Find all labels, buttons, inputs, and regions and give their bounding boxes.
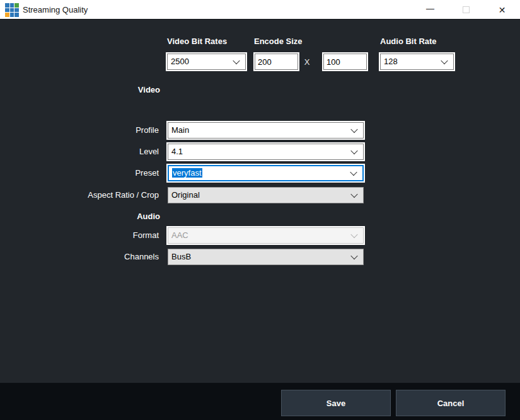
app-icon-cell <box>5 8 9 13</box>
app-icon-cell <box>14 3 19 8</box>
app-icon-cell <box>14 13 19 17</box>
close-icon: ✕ <box>499 5 506 15</box>
chevron-down-icon <box>350 126 357 133</box>
preset-label: Preset <box>0 165 159 181</box>
close-button[interactable]: ✕ <box>484 0 520 20</box>
encode-size-label: Encode Size <box>254 37 303 46</box>
app-icon-cell <box>10 13 14 17</box>
audio-bit-rate-value: 128 <box>384 57 398 66</box>
maximize-button <box>448 0 484 20</box>
app-icon-cell <box>5 3 9 8</box>
chevron-down-icon <box>350 169 357 176</box>
level-combobox[interactable]: 4.1 <box>168 144 364 160</box>
app-icon-cell <box>10 3 14 8</box>
titlebar: Streaming Quality — ✕ <box>0 0 520 20</box>
profile-value: Main <box>171 125 189 135</box>
preset-combobox[interactable]: veryfast <box>168 165 364 181</box>
window-controls: — ✕ <box>412 0 520 20</box>
audio-bit-rate-label: Audio Bit Rate <box>380 37 437 46</box>
maximize-icon <box>463 6 470 13</box>
aspect-ratio-crop-value: Original <box>171 190 200 200</box>
app-icon <box>5 3 19 17</box>
video-bit-rates-label: Video Bit Rates <box>167 37 227 46</box>
audio-bit-rate-combobox[interactable]: 128 <box>380 54 454 70</box>
minimize-icon: — <box>426 4 434 13</box>
level-label: Level <box>0 144 159 160</box>
chevron-down-icon <box>350 147 357 154</box>
video-section-header: Video <box>0 85 160 94</box>
chevron-down-icon <box>233 57 240 64</box>
format-dropdown-disabled: AAC <box>168 227 364 244</box>
app-icon-cell <box>5 13 9 17</box>
app-icon-cell <box>14 8 19 13</box>
minimize-button[interactable]: — <box>412 0 448 20</box>
chevron-down-icon <box>350 231 357 238</box>
cancel-button[interactable]: Cancel <box>396 390 506 416</box>
channels-label: Channels <box>0 249 159 265</box>
format-value: AAC <box>171 230 188 240</box>
encode-size-separator: X <box>303 57 311 67</box>
profile-label: Profile <box>0 122 159 139</box>
chevron-down-icon <box>350 253 357 259</box>
encode-height-input[interactable] <box>323 54 367 70</box>
chevron-down-icon <box>350 191 357 198</box>
level-value: 4.1 <box>171 147 183 156</box>
streaming-quality-dialog: Streaming Quality — ✕ Video Bit Rates 25… <box>0 0 520 420</box>
chevron-down-icon <box>441 57 448 64</box>
footer-bar: Save Cancel <box>0 383 520 420</box>
window-title: Streaming Quality <box>23 0 88 20</box>
aspect-ratio-crop-dropdown[interactable]: Original <box>168 187 364 203</box>
aspect-ratio-crop-label: Aspect Ratio / Crop <box>0 187 159 203</box>
profile-combobox[interactable]: Main <box>168 122 364 139</box>
channels-dropdown[interactable]: BusB <box>168 249 364 265</box>
format-label: Format <box>0 227 159 244</box>
channels-value: BusB <box>171 252 191 261</box>
save-button[interactable]: Save <box>281 390 391 416</box>
encode-width-input[interactable] <box>255 54 298 70</box>
video-bit-rates-combobox[interactable]: 2500 <box>167 54 246 70</box>
app-icon-cell <box>10 8 14 13</box>
video-bit-rates-value: 2500 <box>171 57 189 66</box>
audio-section-header: Audio <box>0 212 160 221</box>
preset-value-selected: veryfast <box>172 168 202 178</box>
